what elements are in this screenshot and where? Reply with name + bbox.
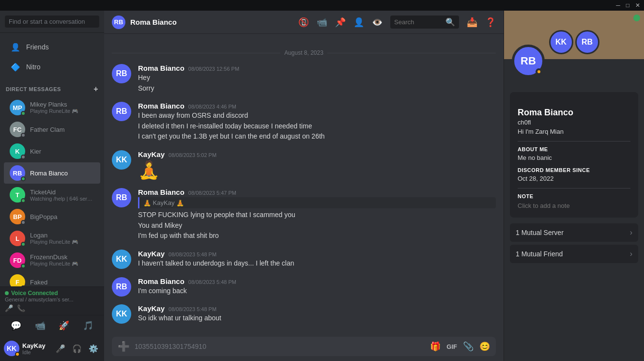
note-title: NOTE (518, 193, 630, 199)
msg-header-4: Roma Bianco 08/08/2023 5:47 PM (138, 188, 496, 196)
dm-name-logan: Logan (30, 232, 94, 239)
dm-name-father-clam: Father Clam (30, 126, 94, 133)
emoji-icon[interactable]: 😊 (479, 341, 490, 352)
profile-icon[interactable]: 👁️ (372, 17, 383, 28)
msg-line-6-0: I'm coming back (138, 286, 496, 296)
pin-icon[interactable]: 📌 (335, 17, 346, 28)
input-wrap: ➕ 🎁 GIF 📎 😊 (112, 337, 496, 356)
chat-input[interactable] (135, 343, 425, 350)
dm-name-kier: Kier (30, 148, 94, 155)
mutual-server-text: 1 Mutual Server (516, 229, 564, 236)
add-dm-button[interactable]: + (93, 85, 98, 94)
add-friend-icon[interactable]: 👤 (353, 17, 364, 28)
current-user-info: KayKay Idle (22, 342, 51, 355)
search-bar[interactable] (0, 11, 104, 33)
msg-author-2: Roma Bianco (138, 102, 184, 110)
about-me-value: Me no banic (518, 154, 630, 161)
current-user-avatar-wrap: KK (4, 341, 19, 356)
profile-name: Roma Bianco (518, 108, 630, 118)
msg-text-2: I been away from OSRS and discord I dele… (138, 111, 496, 141)
note-input[interactable] (518, 202, 630, 209)
mutual-server-item[interactable]: 1 Mutual Server › (510, 223, 638, 242)
voice-waves-icon[interactable]: 🎤 (5, 304, 13, 312)
sidebar: 👤 Friends 🔷 Nitro Direct Messages + MP M… (0, 11, 104, 361)
chat-header: RB Roma Bianco 📵 📹 📌 👤 👁️ 🔍 📥 ❓ (104, 11, 504, 34)
avatar-logan: L (10, 231, 25, 246)
msg-line-5-0: I haven't talked to underdogs in days...… (138, 259, 496, 268)
dm-item-roma[interactable]: RB Roma Bianco (4, 162, 100, 184)
gif-icon[interactable]: GIF (446, 343, 457, 350)
msg-line-2-0: I been away from OSRS and discord (138, 111, 496, 121)
msg-line-4-2: I'm fed up with that shit bro (138, 231, 496, 241)
chat-icon[interactable]: 💬 (7, 318, 25, 333)
dm-header: Direct Messages + (0, 81, 104, 95)
msg-avatar-2: RB (112, 102, 131, 121)
avatar-faked: F (10, 274, 25, 286)
minimize-button[interactable]: ─ (616, 2, 620, 9)
dm-info-mikey: Mikey Planks Playing RuneLite 🎮 (30, 101, 94, 114)
settings-button[interactable]: ⚙️ (87, 342, 100, 355)
chat-search[interactable]: 🔍 (390, 16, 459, 29)
dm-item-bigpoppa[interactable]: BP BigPoppa (4, 206, 100, 227)
gift-icon[interactable]: 🎁 (430, 341, 441, 352)
msg-avatar-1: RB (112, 64, 131, 83)
maximize-button[interactable]: □ (626, 2, 629, 9)
status-dot-roma (21, 176, 26, 181)
dm-item-mikey[interactable]: MP Mikey Planks Playing RuneLite 🎮 (4, 97, 100, 118)
dm-item-faked[interactable]: F Faked (4, 271, 100, 286)
message-group-7: KK KayKay 08/08/2023 5:48 PM So idk what… (112, 304, 496, 324)
current-user-status (15, 352, 20, 357)
dm-list: MP Mikey Planks Playing RuneLite 🎮 FC Fa… (0, 95, 104, 286)
msg-avatar-3: KK (112, 150, 131, 170)
dm-item-frozenn[interactable]: FD FrozennDusk Playing RuneLite 🎮 (4, 250, 100, 271)
msg-content-6: Roma Bianco 08/08/2023 5:48 PM I'm comin… (138, 277, 496, 297)
msg-content-4: Roma Bianco 08/08/2023 5:47 PM 🧘 KayKay … (138, 188, 496, 242)
mutual-friend-item[interactable]: 1 Mutual Friend › (510, 245, 638, 263)
attach-file-icon[interactable]: 📎 (463, 341, 474, 352)
msg-time-4: 08/08/2023 5:47 PM (188, 190, 236, 196)
rocket-icon[interactable]: 🚀 (55, 318, 73, 333)
video-icon[interactable]: 📹 (31, 318, 49, 333)
msg-time-1: 08/08/2023 12:56 PM (188, 66, 239, 72)
dm-item-ticketaid[interactable]: T TicketAid Watching /help | 646 servers (4, 184, 100, 205)
msg-time-2: 08/08/2023 4:46 PM (188, 104, 236, 110)
msg-line-2-2: I can't get you the 1.3B yet but I can t… (138, 132, 496, 141)
sidebar-item-nitro[interactable]: 🔷 Nitro (4, 57, 100, 77)
message-group-4: RB Roma Bianco 08/08/2023 5:47 PM 🧘 KayK… (112, 188, 496, 242)
status-dot-kier (21, 155, 26, 159)
music-icon[interactable]: 🎵 (79, 318, 97, 333)
user-area: KK KayKay Idle 🎤 🎧 ⚙️ (0, 336, 104, 361)
chat-area: RB Roma Bianco 📵 📹 📌 👤 👁️ 🔍 📥 ❓ August 8… (104, 11, 504, 361)
mute-button[interactable]: 🎤 (54, 342, 67, 355)
voice-disconnect-icon[interactable]: 📞 (17, 304, 25, 312)
chat-search-input[interactable] (394, 18, 443, 26)
phone-slash-icon[interactable]: 📵 (298, 17, 309, 28)
msg-content-7: KayKay 08/08/2023 5:48 PM So idk what ur… (138, 304, 496, 324)
msg-text-6: I'm coming back (138, 286, 496, 296)
msg-time-7: 08/08/2023 5:48 PM (169, 306, 216, 312)
inbox-icon[interactable]: 📥 (467, 17, 477, 28)
dm-subtext-logan: Playing RuneLite 🎮 (30, 239, 94, 245)
video-call-icon[interactable]: 📹 (317, 17, 327, 28)
sidebar-item-friends[interactable]: 👤 Friends (4, 37, 100, 57)
voice-status: Voice Connected (5, 290, 99, 297)
divider-2 (518, 188, 630, 188)
find-conversation-input[interactable] (5, 16, 99, 28)
dm-item-father-clam[interactable]: FC Father Clam (4, 119, 100, 140)
dm-item-logan[interactable]: L Logan Playing RuneLite 🎮 (4, 228, 100, 249)
headset-button[interactable]: 🎧 (70, 342, 84, 355)
add-attachment-icon[interactable]: ➕ (118, 341, 130, 352)
dm-header-label: Direct Messages (6, 86, 61, 92)
msg-content-3: KayKay 08/08/2023 5:02 PM 🧘 (138, 150, 496, 180)
status-dot-ticketaid (21, 198, 26, 203)
msg-line-1-1: Sorry (138, 84, 496, 94)
search-icon: 🔍 (445, 17, 455, 27)
chat-header-name: Roma Bianco (130, 18, 293, 26)
close-button[interactable]: ✕ (635, 2, 640, 9)
help-icon[interactable]: ❓ (485, 17, 496, 28)
current-user-name: KayKay (22, 342, 51, 349)
member-since-title: DISCORD MEMBER SINCE (518, 167, 630, 173)
mutual-server-chevron: › (630, 228, 632, 237)
mutual-friend-chevron: › (630, 250, 632, 258)
dm-item-kier[interactable]: K Kier (4, 141, 100, 162)
